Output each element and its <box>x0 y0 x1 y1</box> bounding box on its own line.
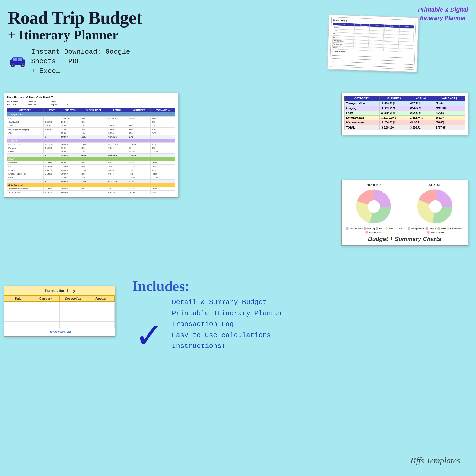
actual-legend-dot-ent <box>447 227 450 230</box>
table-row: Lodging Fare $ 128.37 900.00 24% $789.64… <box>7 143 175 146</box>
entertainment-header: Entertainment <box>7 183 175 187</box>
table-row: Other 25.00 1% 33.50 8.50 34% <box>7 131 175 135</box>
trans-cell <box>32 308 59 315</box>
table-row: Parking (excl. lodging) $ 9.65 77.00 2% … <box>7 128 175 131</box>
includes-list: Detail & Summary Budget Printable Itiner… <box>172 297 317 352</box>
actual-legend-lodging: Lodging <box>425 227 436 230</box>
summary-table: CATEGORY: BUDGET $ ACTUAL VARIANCE $ Tra… <box>344 96 465 130</box>
badge-text: Printable & Digital Itinerary Planner <box>418 6 468 22</box>
trans-cell <box>59 322 87 328</box>
col-pct-budget: % OF BUDGET <box>80 108 107 112</box>
table-row: Parking $ 10.00 70.00 2% 75.00 5.00 7% <box>7 146 175 150</box>
trans-cell <box>59 308 87 315</box>
sum-row-misc: Miscellaneous $ 150.00 $ 81.00 $ (69.00) <box>345 120 465 125</box>
transport-label: Transportation <box>7 112 175 117</box>
table-row: Other 25.00 1% - (25.00) -100% <box>7 150 175 154</box>
food-subtotal: $ 850.00 23% 822.13 $ (27.87) <box>7 180 175 183</box>
trans-col-description: Description <box>59 296 87 301</box>
col-budget: BUDGET $ <box>60 108 80 112</box>
itin-grid: Day Day Day Day Page > Breakfast: Lunch:… <box>332 23 414 52</box>
includes-section: Includes: ✓ Detail & Summary Budget Prin… <box>132 278 317 355</box>
trans-col-date: Date <box>4 296 32 301</box>
budget-spreadsheet: New England & New York Road Trip Start D… <box>4 93 178 198</box>
actual-legend-dot-lodging <box>425 227 428 230</box>
trans-cell <box>4 322 32 328</box>
trans-cell <box>87 302 115 308</box>
transaction-log-columns: Date Category Description Amount <box>4 296 115 302</box>
legend-dot-lodging <box>364 227 367 230</box>
includes-item-5: Instructions! <box>172 341 317 352</box>
transaction-log-card: Transaction Log: Date Category Descripti… <box>4 286 115 337</box>
includes-item-3: Transaction Log <box>172 319 317 330</box>
legend-misc: Miscellaneous <box>365 231 382 234</box>
badge-area: Printable & Digital Itinerary Planner <box>418 6 468 22</box>
trans-cell <box>87 308 115 315</box>
table-row: Lunch $ 26.88 215.00 6% 201.45 (13.55) -… <box>7 165 175 168</box>
legend-lodging: Lodging <box>364 227 375 230</box>
transport-header: Transportation <box>7 112 175 117</box>
summary-header: CATEGORY: BUDGET $ ACTUAL VARIANCE $ <box>345 96 465 101</box>
trans-row-2 <box>4 308 115 315</box>
itinerary-preview-card: ROAD TRIP: Day Day Day Day Page > Breakf… <box>327 14 419 72</box>
includes-item-4: Easy to use calculations <box>172 330 317 341</box>
trans-cell <box>87 315 115 321</box>
car-icon <box>8 53 28 69</box>
table-row: Tolls $ 2.75 22.00 1% 24.00 2.00 9% <box>7 124 175 128</box>
actual-legend-misc: Miscellaneous <box>427 231 444 234</box>
sum-row-lodging: Lodging $ 995.00 $ 864.64 $ (130.36) <box>345 106 465 111</box>
table-row: Sport Tickets $ 100.00 800.00 646.89 146… <box>7 191 175 194</box>
budget-chart-label: BUDGET <box>344 183 403 187</box>
subtitle-row: Instant Download: Google Sheets + PDF+ E… <box>8 47 156 76</box>
itinerary-card-inner: ROAD TRIP: Day Day Day Day Page > Breakf… <box>330 17 416 70</box>
budget-chart-container: BUDGET Transportation <box>344 183 403 234</box>
sum-row-entertainment: Entertainment $ 1,030.00 $ 1,191.74 $ 16… <box>345 116 465 120</box>
svg-point-9 <box>368 200 380 213</box>
legend-transport: Transportation <box>346 227 363 230</box>
col-category: CATEGORY: <box>7 108 44 112</box>
trans-cell <box>4 315 32 321</box>
legend-dot-transport <box>346 227 349 230</box>
trans-cell <box>4 302 32 308</box>
title-area: Road Trip Budget + Itinerary Planner Ins… <box>8 8 156 76</box>
charts-row: BUDGET Transportation <box>344 183 465 234</box>
transaction-log-header: Transaction Log: <box>4 286 115 296</box>
budget-chart-legend: Transportation Lodging Food Entertainmen… <box>344 227 403 234</box>
trans-col-category: Category <box>32 296 59 301</box>
includes-title: Includes: <box>132 278 317 294</box>
includes-item-2: Printable Itinerary Planner <box>172 308 317 319</box>
col-variance-pct: VARIANCE % <box>151 108 175 112</box>
table-row: Gas $ 343.60 9% $ 324.70 $ (20.90) -6% <box>7 117 175 120</box>
nights-val: 7 <box>67 103 80 106</box>
trans-cell <box>59 302 87 308</box>
sum-col-category: CATEGORY: <box>345 96 380 101</box>
legend-dot-misc <box>365 231 368 234</box>
start-date-val: 16-Dec-21 <box>26 100 50 103</box>
days-label: Days: <box>51 100 66 103</box>
table-row: Other 25.00 1% - (25.00) -100% <box>7 176 175 180</box>
charts-area: BUDGET Transportation <box>341 180 468 246</box>
trans-col-amount: Amount <box>87 296 115 301</box>
table-row: Dinner $ 53.75 430.00 12% 507.50 77.50 1… <box>7 168 175 172</box>
svg-rect-7 <box>18 58 22 61</box>
col-per-day: $/DAY <box>43 108 60 112</box>
legend-food: Food <box>376 227 384 230</box>
actual-legend-food: Food <box>437 227 446 230</box>
legend-ent: Entertainment <box>385 227 402 230</box>
start-date-label: Start Date: <box>7 100 26 103</box>
actual-legend-dot-food <box>437 227 440 230</box>
sum-col-variance: VARIANCE $ <box>434 96 465 101</box>
sheet-title: New England & New York Road Trip <box>7 96 175 99</box>
includes-item-1: Detail & Summary Budget <box>172 297 317 308</box>
transaction-log-label: Transaction Log <box>4 330 115 333</box>
trans-cell <box>4 308 32 315</box>
svg-point-11 <box>429 200 442 213</box>
trans-cell <box>32 315 59 321</box>
transaction-log-title: Transaction Log: <box>7 288 112 293</box>
legend-dot-ent <box>385 227 388 230</box>
trans-row-4 <box>4 322 115 328</box>
col-variance-s: VARIANCE $ <box>127 108 151 112</box>
days-val: 8 <box>67 100 80 103</box>
checkmark-icon: ✓ <box>135 318 164 353</box>
actual-legend-dot-transport <box>408 227 410 230</box>
food-header: Food <box>7 157 175 161</box>
